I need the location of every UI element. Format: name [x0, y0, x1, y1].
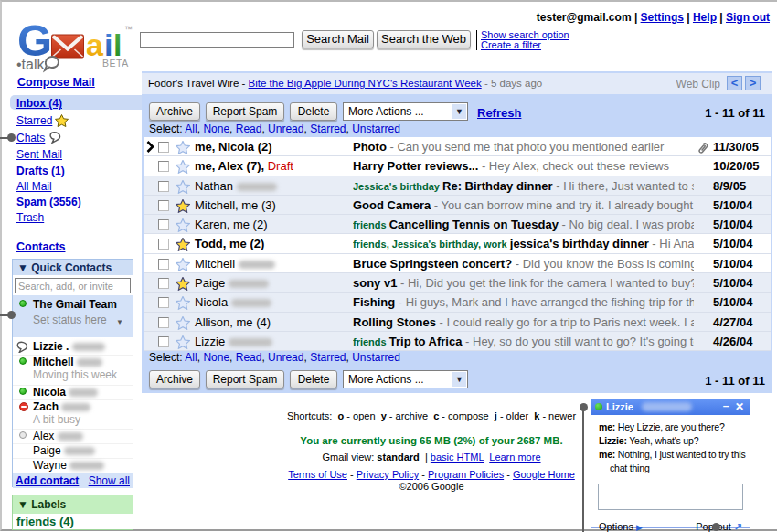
svg-text:BETA: BETA	[102, 58, 129, 69]
svg-text:™: ™	[124, 25, 133, 34]
svg-text:•talk: •talk	[16, 57, 46, 72]
svg-text:a: a	[86, 27, 104, 62]
